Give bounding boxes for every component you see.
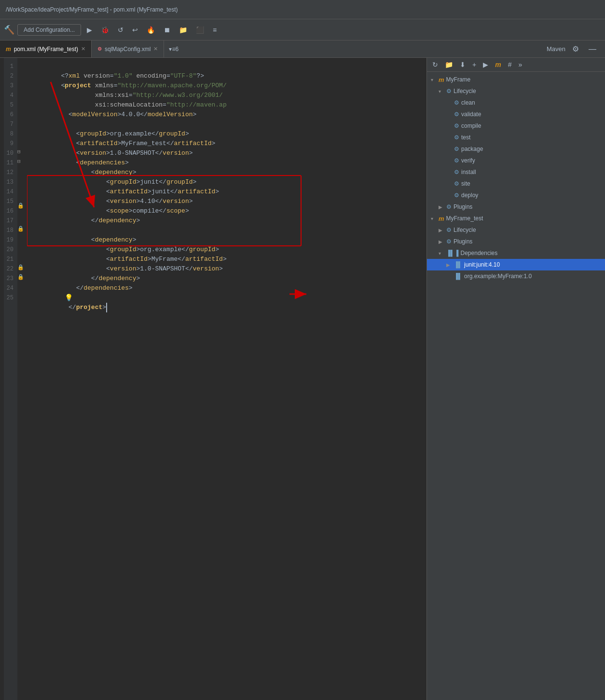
more-button[interactable]: 🔥 <box>144 24 158 36</box>
sql-file-icon: ⚙ <box>97 46 102 52</box>
tab-bar: m pom.xml (MyFrame_test) ✕ ⚙ sqlMapConfi… <box>0 40 605 58</box>
maven-label: Maven <box>547 45 565 53</box>
tree-icon-plugins-2: ⚙ <box>446 238 452 245</box>
tree-item-package[interactable]: ⚙ package <box>427 143 605 155</box>
tab-sqlmap-xml[interactable]: ⚙ sqlMapConfig.xml ✕ <box>92 40 164 57</box>
maven-tab-label: Maven ⚙ — <box>541 40 605 57</box>
lightbulb-icon[interactable]: 💡 <box>65 294 73 302</box>
debug-button[interactable]: 🐞 <box>98 24 112 36</box>
tree-icon-lifecycle-1: ⚙ <box>446 88 452 94</box>
maven-refresh-button[interactable]: ↻ <box>430 60 440 69</box>
tree-item-compile[interactable]: ⚙ compile <box>427 120 605 132</box>
tree-label-junit: junit:junit:4.10 <box>464 261 500 268</box>
tree-item-plugins-1[interactable]: ▶ ⚙ Plugins <box>427 201 605 213</box>
tree-item-lifecycle-1[interactable]: ▾ ⚙ Lifecycle <box>427 85 605 97</box>
title-bar: /WorkSpace/IdeaProject/MyFrame_test] - p… <box>0 0 605 19</box>
maven-run-button[interactable]: ▶ <box>481 60 491 69</box>
tab-sql-label: sqlMapConfig.xml <box>105 46 151 53</box>
tree-item-site[interactable]: ⚙ site <box>427 178 605 189</box>
tree-icon-package: ⚙ <box>454 146 459 152</box>
tree-label-myframe-dep: org.example:MyFrame:1.0 <box>464 273 532 280</box>
tree-item-deploy[interactable]: ⚙ deploy <box>427 189 605 201</box>
code-line-7: <groupId>org.example</groupId> <box>31 120 426 129</box>
maven-add-button[interactable]: 📁 <box>442 60 455 69</box>
tree-item-install[interactable]: ⚙ install <box>427 166 605 178</box>
maven-more-button[interactable]: » <box>516 60 524 69</box>
profile-button[interactable]: ↺ <box>115 24 126 36</box>
tree-icon-dependencies: ▐▌▐ <box>446 250 459 256</box>
tree-item-test[interactable]: ⚙ test <box>427 132 605 143</box>
maven-panel: ↻ 📁 ⬇ + ▶ m # » ▾ m MyFrame ▾ ⚙ Lifecycl… <box>426 58 605 700</box>
tree-item-clean[interactable]: ⚙ clean <box>427 97 605 108</box>
tree-icon-site: ⚙ <box>454 180 459 187</box>
tab-pom-xml[interactable]: m pom.xml (MyFrame_test) ✕ <box>0 40 92 57</box>
tree-label-site: site <box>461 180 470 187</box>
maven-m-button[interactable]: m <box>493 60 503 69</box>
tree-item-validate[interactable]: ⚙ validate <box>427 108 605 120</box>
view-mode-button[interactable]: ⬛ <box>193 24 207 36</box>
tree-label-clean: clean <box>461 99 475 106</box>
tree-arrow-junit: ▶ <box>446 262 452 268</box>
toolbar: 🔨 Add Configuration... ▶ 🐞 ↺ ↩ 🔥 ⏹ 📁 ⬛ ≡ <box>0 19 605 40</box>
fold-icon-10[interactable]: ⊟ <box>17 148 21 155</box>
tab-close-sql[interactable]: ✕ <box>153 46 158 52</box>
maven-minimize-button[interactable]: — <box>586 43 599 55</box>
tree-icon-myframe-dep: ▐▌ <box>454 273 462 280</box>
tab-extra-label: ▾≡6 <box>169 46 179 53</box>
tree-label-validate: validate <box>461 111 481 118</box>
tree-item-lifecycle-2[interactable]: ▶ ⚙ Lifecycle <box>427 224 605 236</box>
tree-item-junit[interactable]: ▶ ▐▌ junit:junit:4.10 <box>427 259 605 270</box>
tree-label-myframe-test: MyFrame_test <box>446 215 483 222</box>
editor-left-strip <box>0 58 4 700</box>
tab-pom-label: pom.xml (MyFrame_test) <box>14 46 78 53</box>
main-area: 12345 678910 1112131415 1617181920 21222… <box>0 58 605 700</box>
add-configuration-button[interactable]: Add Configuration... <box>17 24 81 36</box>
maven-download-button[interactable]: ⬇ <box>457 60 468 69</box>
tree-icon-plugins-1: ⚙ <box>446 203 452 210</box>
tree-label-myframe: MyFrame <box>446 76 471 83</box>
maven-settings-button[interactable]: ⚙ <box>569 42 582 55</box>
tree-item-myframe[interactable]: ▾ m MyFrame <box>427 74 605 85</box>
lock-icon-16: 🔒 <box>17 202 24 209</box>
coverage-button[interactable]: ↩ <box>129 24 141 36</box>
lock-icon-23: 🔒 <box>17 274 24 280</box>
terminal-button[interactable]: ≡ <box>210 24 220 36</box>
tree-item-verify[interactable]: ⚙ verify <box>427 155 605 166</box>
maven-plus-button[interactable]: + <box>470 60 479 69</box>
tree-label-verify: verify <box>461 157 475 164</box>
maven-hash-button[interactable]: # <box>506 60 514 69</box>
tree-label-deploy: deploy <box>461 192 478 199</box>
fold-icon-11[interactable]: ⊟ <box>17 158 21 164</box>
tree-label-plugins-2: Plugins <box>454 238 472 245</box>
tree-icon-compile: ⚙ <box>454 122 459 129</box>
maven-tree: ▾ m MyFrame ▾ ⚙ Lifecycle ⚙ clean ⚙ vali… <box>427 72 605 700</box>
tree-label-test: test <box>461 134 470 141</box>
lock-icon-18: 🔒 <box>17 226 24 232</box>
tree-icon-clean: ⚙ <box>454 99 459 106</box>
tree-item-dependencies[interactable]: ▾ ▐▌▐ Dependencies <box>427 247 605 259</box>
tree-icon-myframe: m <box>439 76 444 83</box>
maven-file-icon: m <box>6 46 11 53</box>
tree-arrow-myframe-test: ▾ <box>431 216 437 221</box>
lock-icon-22: 🔒 <box>17 264 24 270</box>
stop-button[interactable]: ⏹ <box>161 24 173 36</box>
tree-item-plugins-2[interactable]: ▶ ⚙ Plugins <box>427 236 605 247</box>
tree-arrow-myframe: ▾ <box>431 77 437 82</box>
tree-icon-validate: ⚙ <box>454 111 459 118</box>
code-line-25: </project> <box>31 293 426 303</box>
tree-icon-junit: ▐▌ <box>454 261 462 268</box>
tree-label-lifecycle-1: Lifecycle <box>454 88 476 94</box>
editor-container: 12345 678910 1112131415 1617181920 21222… <box>0 58 426 700</box>
tab-close-pom[interactable]: ✕ <box>81 46 85 52</box>
tree-item-myframe-test[interactable]: ▾ m MyFrame_test <box>427 213 605 224</box>
run-button[interactable]: ▶ <box>84 24 95 36</box>
tree-icon-myframe-test: m <box>439 215 444 222</box>
project-view-button[interactable]: 📁 <box>176 24 190 36</box>
tree-label-install: install <box>461 169 476 175</box>
tree-arrow-dependencies: ▾ <box>439 251 444 256</box>
tree-icon-lifecycle-2: ⚙ <box>446 227 452 233</box>
code-editor[interactable]: <?xml version="1.0" encoding="UTF-8"?> ✓… <box>27 58 426 700</box>
tab-recent-files[interactable]: ▾≡6 <box>164 40 183 57</box>
tree-item-myframe-dep[interactable]: ▐▌ org.example:MyFrame:1.0 <box>427 270 605 282</box>
code-line-18: <dependency> <box>31 226 426 235</box>
